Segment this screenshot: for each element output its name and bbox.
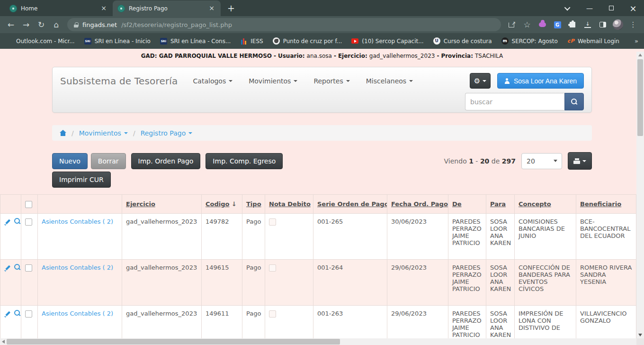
nota-debito-checkbox xyxy=(269,310,276,318)
menu-reportes[interactable]: Reportes xyxy=(313,77,349,85)
bookmarks-overflow-icon[interactable]: » xyxy=(635,37,638,45)
view-icon[interactable] xyxy=(14,218,20,224)
breadcrumb-movimientos[interactable]: Movimientos xyxy=(79,129,128,137)
translate-icon[interactable]: G xyxy=(550,18,564,32)
nuevo-button[interactable]: Nuevo xyxy=(52,153,88,169)
scroll-left-icon[interactable] xyxy=(2,340,5,344)
chevron-down-icon xyxy=(346,80,350,82)
menu-catalogos[interactable]: Catalogos xyxy=(193,77,233,85)
back-icon[interactable]: ← xyxy=(4,18,18,32)
header-beneficiario: Beneficiario xyxy=(576,195,636,214)
restore-button[interactable] xyxy=(600,0,622,16)
imp-orden-pago-button[interactable]: Imp. Orden Pago xyxy=(131,153,201,169)
view-icon[interactable] xyxy=(14,264,20,270)
borrar-button[interactable]: Borrar xyxy=(91,153,126,169)
bookmark-webmail[interactable]: cP Webmail Login xyxy=(567,37,619,45)
bookmark-sercop-agosto[interactable]: m SERCOP: Agosto xyxy=(501,37,558,45)
chevron-down-icon xyxy=(582,160,586,162)
bookmark-sri-consultas[interactable]: SRI SRI en Línea - Cons... xyxy=(160,37,231,45)
bookmark-star-icon[interactable]: ☆ xyxy=(520,18,534,32)
imp-comp-egreso-button[interactable]: Imp. Comp. Egreso xyxy=(206,153,283,169)
browser-menu-icon[interactable]: ⋮ xyxy=(626,18,640,32)
bookmark-sercop-youtube[interactable]: (10) Sercop Capacit... xyxy=(351,37,423,45)
tab-search-chevron-icon[interactable] xyxy=(557,0,579,16)
bookmark-sri-inicio[interactable]: SRI SRI en Línea - Inicio xyxy=(84,37,151,45)
ejercicio-value: gad_vallehermos_2023 xyxy=(369,53,435,59)
tab-close-icon[interactable]: × xyxy=(99,4,108,13)
view-icon[interactable] xyxy=(14,310,20,316)
chevron-down-icon xyxy=(188,132,192,134)
tab-home[interactable]: Home × xyxy=(5,0,113,16)
row-checkbox[interactable] xyxy=(25,310,32,318)
scroll-down-icon[interactable] xyxy=(638,334,642,336)
cell-serie: 001-265 xyxy=(313,214,387,260)
printer-icon xyxy=(573,158,580,164)
vertical-scrollbar-thumb[interactable] xyxy=(637,59,643,136)
cell-de: PAREDES PERRAZO JAIME PATRICIO xyxy=(448,260,486,306)
page-size-select[interactable]: 20 xyxy=(521,153,562,169)
header-concepto: Concepto xyxy=(515,195,576,214)
cell-concepto: COMISIONES BANCARIAS DE JUNIO xyxy=(515,214,576,260)
reload-icon[interactable]: ↻ xyxy=(34,18,48,32)
toolbar-actions: Nuevo Borrar Imp. Orden Pago Imp. Comp. … xyxy=(52,152,592,188)
search-input[interactable] xyxy=(465,93,564,110)
youtube-icon xyxy=(351,37,358,45)
menu-miscelaneos[interactable]: Miscelaneos xyxy=(366,77,413,85)
vertical-scrollbar[interactable] xyxy=(636,52,644,338)
bookmark-iess[interactable]: IESS xyxy=(240,37,263,45)
usuario-value: ana.sosa xyxy=(307,53,332,59)
share-icon[interactable] xyxy=(505,18,519,32)
horizontal-scrollbar[interactable] xyxy=(0,338,636,345)
imprimir-cur-button[interactable]: Imprimir CUR xyxy=(52,172,111,188)
ejercicio-label: Ejercicio: xyxy=(338,53,367,59)
row-checkbox[interactable] xyxy=(25,218,32,226)
asientos-contables-link[interactable]: Asientos Contables ( 2) xyxy=(42,218,113,225)
menu-movimientos[interactable]: Movimientos xyxy=(249,77,297,85)
tab-close-icon[interactable]: × xyxy=(207,4,216,13)
edit-icon[interactable] xyxy=(4,264,11,271)
bookmark-punto-cruz[interactable]: Punto de cruz por f... xyxy=(273,37,342,45)
downloads-icon[interactable]: ↓ xyxy=(581,18,595,32)
row-checkbox[interactable] xyxy=(25,264,32,272)
lock-icon xyxy=(74,22,78,27)
close-window-button[interactable]: × xyxy=(622,0,644,16)
breadcrumb-home[interactable] xyxy=(59,130,66,136)
asientos-contables-link[interactable]: Asientos Contables ( 2) xyxy=(42,264,113,271)
cell-ejercicio: gad_vallehermos_2023 xyxy=(122,260,202,306)
dove-icon xyxy=(273,37,280,45)
search-button[interactable] xyxy=(564,93,584,110)
extensions-puzzle-icon[interactable] xyxy=(565,18,580,32)
settings-button[interactable]: ⚙ xyxy=(470,73,491,89)
new-tab-button[interactable]: + xyxy=(225,3,237,13)
user-button[interactable]: Sosa Loor Ana Karen xyxy=(497,73,584,89)
scroll-up-icon[interactable] xyxy=(638,54,642,56)
header-nota-debito: Nota Debito xyxy=(265,195,313,214)
gad-label: GAD: xyxy=(141,53,157,59)
breadcrumb-registro-pago[interactable]: Registro Pago xyxy=(141,129,193,137)
bookmark-curso-costura[interactable]: U Curso de costura xyxy=(433,37,492,45)
forward-icon[interactable]: → xyxy=(19,18,33,32)
asientos-contables-link[interactable]: Asientos Contables ( 2) xyxy=(42,310,113,317)
edit-icon[interactable] xyxy=(4,218,11,225)
horizontal-scrollbar-thumb[interactable] xyxy=(7,339,340,345)
bookmark-outlook[interactable]: Outlook.com - Micr... xyxy=(6,37,75,45)
select-all-checkbox[interactable] xyxy=(25,201,32,208)
page-size-select-wrap: 20 xyxy=(521,153,562,169)
tab-registro-pago[interactable]: Registro Pago × xyxy=(113,0,221,16)
header-fecha: Fecha Ord. Pago xyxy=(387,195,448,214)
edit-icon[interactable] xyxy=(4,310,11,317)
tab-title: Registro Pago xyxy=(129,5,204,12)
letter-u-icon: U xyxy=(433,37,440,45)
print-button[interactable] xyxy=(568,152,592,170)
profile-avatar[interactable] xyxy=(611,18,625,32)
browser-home-icon[interactable]: ⌂ xyxy=(49,18,63,32)
gad-value: GAD PARROQUIAL VALLE HERMOSO xyxy=(159,53,272,59)
iess-icon xyxy=(240,37,247,45)
side-panel-icon[interactable] xyxy=(596,18,610,32)
cell-ejercicio: gad_vallehermos_2023 xyxy=(122,214,202,260)
minimize-button[interactable]: — xyxy=(579,0,600,16)
extension-cloud-icon[interactable] xyxy=(535,18,549,32)
bookmarks-bar: Outlook.com - Micr... SRI SRI en Línea -… xyxy=(0,33,644,49)
address-bar[interactable]: fingads.net/sf2/tesoreria/registro_pago_… xyxy=(67,18,501,31)
cell-serie: 001-264 xyxy=(313,260,387,306)
